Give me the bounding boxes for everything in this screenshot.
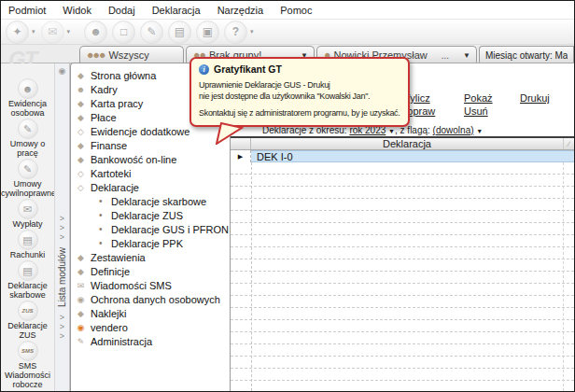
contract-icon: ✎: [18, 159, 38, 179]
module-list-splitter[interactable]: ◉ > > > Lista modułów > > >: [54, 63, 70, 391]
app-window: Podmiot Widok Dodaj Deklaracja Narzędzia…: [0, 0, 575, 392]
tree-item-vendero[interactable]: ◉vendero: [71, 320, 230, 334]
administration-icon: ✎: [76, 337, 86, 346]
chevron-right-icon[interactable]: >: [60, 331, 64, 341]
tree-item-finanse[interactable]: ◆Finanse: [71, 138, 230, 152]
print-icon[interactable]: [196, 21, 219, 44]
tree-item-zestawienia[interactable]: ◆Zestawienia: [71, 250, 230, 264]
tooltip-text: Uprawnienie Deklaracje GUS - Drukuj: [199, 79, 400, 91]
mail-icon[interactable]: [41, 21, 64, 44]
home-icon: ◆: [76, 71, 86, 80]
empty-row: [231, 235, 574, 247]
tree-item-deklaracje-ppk[interactable]: •Deklaracje PPK: [71, 236, 230, 250]
tree-item-definicje[interactable]: ◆Definicje: [71, 264, 230, 278]
pin-icon[interactable]: ◉: [59, 66, 66, 76]
chevron-right-icon[interactable]: >: [60, 223, 64, 232]
new-document-icon[interactable]: [112, 21, 135, 44]
tab-more-button[interactable]: ...: [442, 50, 449, 61]
tree-item-administracja[interactable]: ✎Administracja: [71, 334, 230, 348]
empty-row: [231, 272, 574, 284]
empty-row: [231, 162, 574, 175]
card-index-icon: ◇: [76, 169, 86, 178]
help-icon[interactable]: [224, 21, 247, 44]
worksheet-icon: ◆: [76, 99, 86, 108]
empty-row: [231, 211, 574, 223]
sort-indicator-icon: ∕: [563, 138, 574, 149]
sidebar-item-deklaracje-skarbowe[interactable]: ▤ Deklaracje skarbowe: [1, 260, 54, 300]
tooltip-title: Gratyfikant GT: [214, 63, 282, 75]
bullet-icon: •: [99, 224, 106, 234]
sidebar-item-deklaracje-zus[interactable]: ZUS Deklaracje ZUS: [1, 301, 54, 340]
empty-row: [231, 369, 574, 381]
permission-warning-tooltip: i Gratyfikant GT Uprawnienie Deklaracje …: [189, 57, 410, 127]
empty-row: [231, 308, 574, 320]
tab-all-employees[interactable]: ☻☻☻ Wszyscy: [79, 46, 184, 63]
tooltip-tail: [216, 122, 244, 145]
sms-icon: SMS: [18, 341, 38, 361]
menu-bar: Podmiot Widok Dodaj Deklaracja Narzędzia…: [1, 1, 574, 20]
row-cell-deklaracja[interactable]: DEK I-0: [251, 150, 574, 162]
tree-item-kartoteki[interactable]: ◇Kartoteki: [71, 166, 230, 180]
pokaz-link[interactable]: Pokaż: [464, 92, 493, 104]
grid-header-row[interactable]: Deklaracja ∕: [231, 138, 574, 150]
empty-row: [231, 320, 574, 332]
tree-item-deklaracje-zus[interactable]: •Deklaracje ZUS: [71, 208, 230, 222]
tab-month-status[interactable]: Miesiąc otwarty: Ma: [479, 46, 574, 63]
employee-icon[interactable]: [84, 21, 107, 44]
tree-item-naklejki[interactable]: ◆Naklejki: [71, 306, 230, 320]
person-icon: ☻: [76, 85, 86, 94]
chevron-down-icon[interactable]: ▼: [476, 128, 483, 134]
person-icon: ☻: [18, 78, 38, 99]
tree-item-wiadomosci-sms[interactable]: ✉Wiadomości SMS: [71, 278, 230, 292]
tree-item-ochrona-danych[interactable]: ◉Ochrona danych osobowych: [71, 292, 230, 306]
menu-narzedzia[interactable]: Narzędzia: [217, 5, 264, 16]
tooltip-text: nie jest dostępne dla użytkownika "Kowal…: [199, 91, 400, 102]
sidebar-item-umowy-cywilnoprawne[interactable]: ✎ Umowy cywilnoprawne: [1, 159, 54, 198]
reports-icon: ◆: [76, 253, 86, 262]
table-row-selected[interactable]: ▶ DEK I-0: [231, 150, 574, 162]
sidebar-item-ewidencja-osobowa[interactable]: ☻ Ewidencja osobowa: [1, 78, 54, 118]
empty-row: [231, 357, 574, 369]
stamp-icon[interactable]: [168, 21, 191, 44]
sidebar-item-sms[interactable]: SMS SMS Wiadomości robocze: [1, 341, 54, 389]
edit-document-icon[interactable]: [140, 21, 163, 44]
chevron-down-icon[interactable]: ▼: [463, 51, 470, 60]
tree-item-deklaracje-skarbowe[interactable]: •Deklaracje skarbowe: [71, 194, 230, 208]
usun-link[interactable]: Usuń: [464, 105, 488, 117]
zus-declaration-icon: ZUS: [18, 301, 38, 321]
menu-podmiot[interactable]: Podmiot: [8, 5, 46, 16]
empty-row: [231, 284, 574, 296]
tooltip-text: Skontaktuj się z administratorem program…: [199, 107, 400, 119]
empty-row: [231, 344, 574, 357]
empty-row: [231, 332, 574, 344]
column-header-deklaracja[interactable]: Deklaracja: [251, 138, 563, 149]
data-protection-icon: ◉: [76, 295, 86, 304]
dropdown-arrow-icon[interactable]: ▾: [250, 28, 254, 35]
menu-widok[interactable]: Widok: [63, 5, 91, 16]
drukuj-link[interactable]: Drukuj: [520, 92, 550, 104]
menu-pomoc[interactable]: Pomoc: [280, 5, 312, 16]
sidebar-item-umowy-o-prace[interactable]: ✎ Umowy o pracę: [1, 119, 54, 158]
dropdown-arrow-icon[interactable]: ▾: [67, 28, 71, 35]
tree-item-deklaracje[interactable]: ◇Deklaracje: [71, 180, 230, 194]
chevron-right-icon[interactable]: >: [60, 313, 64, 322]
chevron-right-icon[interactable]: >: [60, 322, 64, 331]
filter-flag-value[interactable]: (dowolna): [433, 125, 474, 135]
chevron-down-icon[interactable]: ▼: [388, 128, 395, 134]
dropdown-arrow-icon[interactable]: ▾: [32, 28, 35, 35]
menu-dodaj[interactable]: Dodaj: [108, 5, 135, 16]
bullet-icon: •: [99, 238, 106, 248]
bill-icon: ▤: [18, 230, 38, 250]
tree-item-bankowosc[interactable]: ◆Bankowość on-line: [71, 152, 230, 166]
tree-item-deklaracje-gus-pfron[interactable]: •Deklaracje GUS i PFRON: [71, 222, 230, 236]
chevron-right-icon[interactable]: >: [60, 232, 64, 242]
sidebar-item-rachunki[interactable]: ▤ Rachunki: [1, 230, 54, 259]
sidebar-item-wyplaty[interactable]: ✉ Wypłaty: [1, 199, 54, 229]
finance-icon: ◆: [76, 141, 86, 150]
tax-declaration-icon: ▤: [18, 260, 38, 281]
sms-icon: ✉: [76, 281, 86, 290]
menu-deklaracja[interactable]: Deklaracja: [152, 5, 201, 16]
entity-icon[interactable]: [6, 21, 29, 44]
grid-gutter-line: [251, 162, 252, 391]
chevron-right-icon[interactable]: >: [60, 214, 64, 223]
